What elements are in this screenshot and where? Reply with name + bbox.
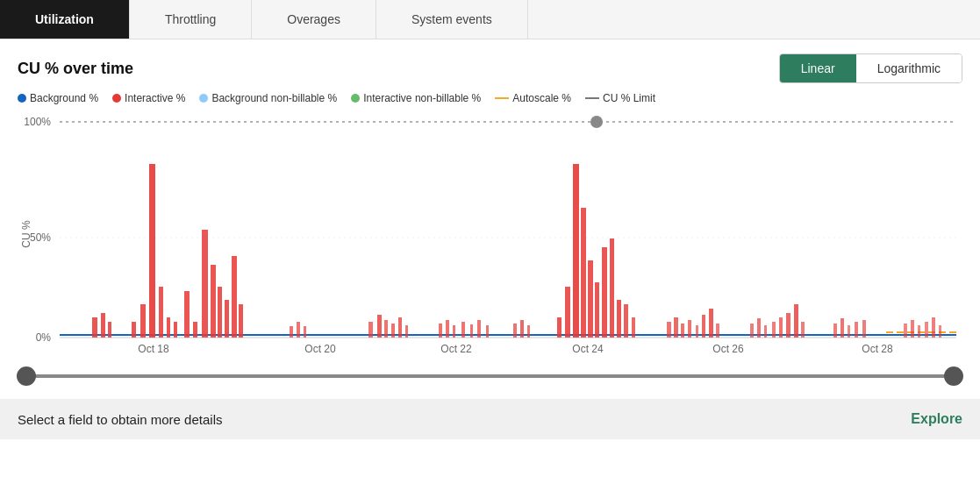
svg-rect-79 [925,322,928,338]
legend-interactive: Interactive % [112,92,185,104]
svg-rect-63 [750,324,754,338]
legend-interactive-label: Interactive % [125,92,185,104]
interactive-dot-icon [112,94,121,103]
svg-rect-67 [779,317,783,338]
svg-rect-60 [702,315,705,338]
svg-rect-9 [101,313,105,338]
footer-text: Select a field to obtain more details [18,412,222,427]
svg-rect-51 [610,238,614,338]
svg-rect-78 [918,325,920,338]
range-track [26,374,954,378]
tab-utilization[interactable]: Utilization [0,0,130,39]
range-slider[interactable] [18,359,962,394]
svg-rect-18 [193,322,197,338]
legend-background-nonbillable-label: Background non-billable % [211,92,337,104]
legend-cu-limit-label: CU % Limit [603,92,655,104]
svg-rect-27 [304,326,306,338]
tab-bar: Utilization Throttling Overages System e… [0,0,980,39]
svg-rect-64 [757,318,761,338]
svg-rect-80 [932,317,935,338]
legend-background: Background % [18,92,98,104]
svg-rect-73 [848,325,850,338]
svg-rect-59 [696,325,698,338]
svg-text:100%: 100% [24,116,51,128]
svg-text:Oct 26: Oct 26 [712,343,744,355]
legend-interactive-nonbillable: Interactive non-billable % [351,92,481,104]
svg-text:0%: 0% [36,331,52,344]
svg-rect-11 [132,322,136,338]
svg-rect-50 [602,247,607,338]
tab-throttling[interactable]: Throttling [130,0,252,39]
range-fill [26,374,954,378]
chart-title: CU % over time [18,60,133,78]
svg-rect-44 [557,317,562,338]
svg-rect-8 [92,317,97,338]
chart-legend: Background % Interactive % Background no… [18,92,962,104]
legend-autoscale: Autoscale % [495,92,571,104]
svg-rect-57 [681,324,684,338]
svg-rect-31 [391,324,395,338]
svg-rect-52 [617,300,621,338]
svg-rect-25 [290,326,293,338]
svg-rect-33 [405,325,408,338]
svg-rect-15 [167,317,170,338]
svg-rect-70 [801,322,805,338]
svg-rect-23 [232,256,237,338]
svg-rect-74 [855,322,858,338]
svg-rect-77 [911,320,914,338]
chart-svg: 100% 50% 0% [18,111,962,357]
svg-text:Oct 22: Oct 22 [440,343,472,355]
svg-rect-14 [159,287,163,338]
svg-rect-13 [149,164,155,338]
svg-rect-43 [527,325,530,338]
svg-rect-24 [239,304,243,338]
range-handle-right[interactable] [944,366,963,386]
svg-rect-56 [674,317,678,338]
legend-background-label: Background % [30,92,98,104]
svg-text:Oct 28: Oct 28 [862,343,893,355]
chart-area[interactable]: 100% 50% 0% [18,111,962,357]
linear-button[interactable]: Linear [780,54,856,82]
svg-rect-29 [377,315,382,338]
logarithmic-button[interactable]: Logarithmic [856,54,962,82]
svg-rect-53 [624,304,628,338]
svg-rect-21 [218,287,222,338]
svg-rect-46 [573,164,579,338]
svg-rect-12 [140,304,146,338]
svg-rect-42 [520,320,524,338]
scale-toggle: Linear Logarithmic [779,53,962,83]
explore-button[interactable]: Explore [911,411,962,427]
chart-content: CU % over time Linear Logarithmic Backgr… [0,39,980,394]
interactive-nonbillable-dot-icon [351,94,360,103]
svg-rect-34 [439,324,442,338]
svg-rect-40 [486,325,489,338]
svg-text:50%: 50% [30,231,51,244]
svg-rect-30 [384,320,388,338]
svg-rect-35 [446,320,449,338]
tab-system-events[interactable]: System events [376,0,528,39]
background-dot-icon [18,94,26,103]
svg-rect-45 [565,287,570,338]
svg-rect-48 [588,260,593,338]
svg-rect-75 [862,320,866,338]
svg-rect-17 [184,291,190,338]
background-nonbillable-dot-icon [199,94,208,103]
svg-rect-16 [174,322,177,338]
svg-rect-32 [398,317,402,338]
svg-rect-54 [632,317,635,338]
svg-rect-47 [581,208,586,338]
svg-rect-20 [211,265,216,338]
range-handle-left[interactable] [17,366,36,386]
legend-cu-limit: CU % Limit [585,92,655,104]
svg-text:Oct 24: Oct 24 [572,343,604,355]
svg-rect-65 [764,325,767,338]
autoscale-dash-icon [495,97,509,99]
svg-rect-81 [939,325,941,338]
chart-header: CU % over time Linear Logarithmic [18,53,962,83]
svg-rect-41 [513,324,517,338]
svg-rect-28 [368,322,373,338]
svg-rect-49 [595,282,599,338]
svg-point-5 [590,116,603,128]
svg-rect-69 [794,304,798,338]
tab-overages[interactable]: Overages [252,0,376,39]
